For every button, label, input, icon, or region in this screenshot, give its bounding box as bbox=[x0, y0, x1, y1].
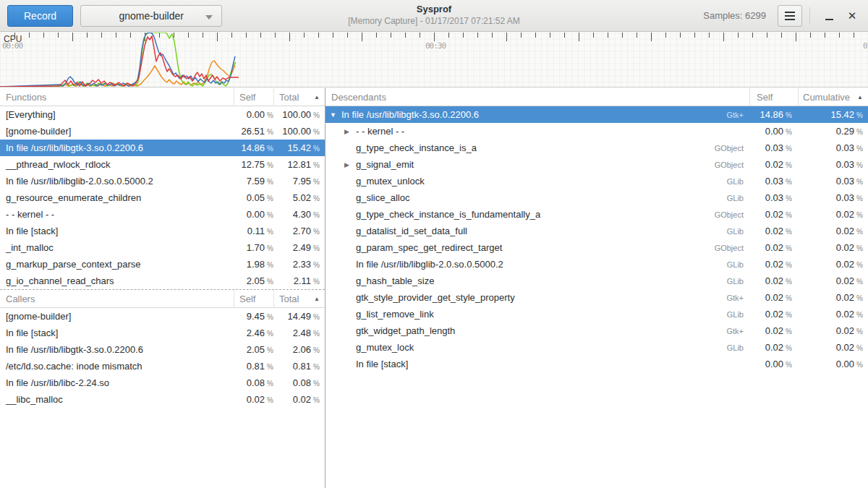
headerbar: Record gnome-builder Sysprof [Memory Cap… bbox=[0, 0, 868, 32]
table-row[interactable]: g_slice_allocGLib0.03%0.03% bbox=[326, 189, 868, 206]
time-label: 01:00 bbox=[863, 41, 868, 51]
table-row[interactable]: [Everything]0.00%100.00% bbox=[0, 106, 325, 123]
column-header-total[interactable]: Total ▲ bbox=[273, 88, 325, 106]
table-row[interactable]: [gnome-builder]26.51%100.00% bbox=[0, 123, 325, 140]
table-row[interactable]: gtk_widget_path_lengthGtk+0.02%0.02% bbox=[326, 322, 868, 339]
process-selector-dropdown[interactable]: gnome-builder bbox=[80, 5, 222, 27]
row-name-cell: gtk_style_provider_get_style_propertyGtk… bbox=[326, 292, 749, 303]
row-name: In file [stack] bbox=[0, 328, 234, 338]
menu-button[interactable] bbox=[778, 5, 802, 27]
library-tag: GLib bbox=[727, 260, 744, 269]
percent-value: 0.02 bbox=[836, 292, 854, 303]
percent-cell: 100.00% bbox=[273, 126, 325, 137]
table-row[interactable]: __libc_malloc0.02%0.02% bbox=[0, 391, 325, 408]
table-row[interactable]: g_hash_table_sizeGLib0.02%0.02% bbox=[326, 273, 868, 289]
table-row[interactable]: g_resource_enumerate_children0.05%5.02% bbox=[0, 189, 325, 206]
percent-cell: 26.51% bbox=[234, 126, 273, 137]
column-header-self[interactable]: Self bbox=[749, 88, 798, 106]
table-row[interactable]: g_markup_parse_context_parse1.98%2.33% bbox=[0, 256, 325, 273]
percent-value: 7.59 bbox=[247, 176, 265, 187]
row-name: /etc/ld.so.cache: inode mismatch bbox=[0, 361, 234, 372]
percent-cell: 0.02% bbox=[749, 159, 798, 170]
minimize-button[interactable] bbox=[817, 5, 841, 27]
percent-value: 0.08 bbox=[247, 377, 265, 388]
percent-cell: 14.49% bbox=[273, 311, 325, 322]
row-name: g_mutex_unlock bbox=[356, 176, 425, 187]
table-row[interactable]: In file /usr/lib/libgtk-3.so.0.2200.614.… bbox=[0, 140, 325, 156]
percent-value: 14.86 bbox=[242, 142, 265, 153]
library-tag: GLib bbox=[727, 177, 744, 186]
percent-sign: % bbox=[313, 211, 320, 219]
percent-value: 0.02 bbox=[836, 342, 854, 353]
percent-sign: % bbox=[786, 261, 792, 269]
percent-value: 0.05 bbox=[247, 192, 265, 203]
expander-closed-icon[interactable]: ▶ bbox=[344, 128, 356, 135]
percent-value: 0.02 bbox=[765, 309, 783, 320]
close-button[interactable]: ✕ bbox=[841, 5, 864, 27]
column-header-cumulative[interactable]: Cumulative ▲ bbox=[798, 88, 868, 106]
row-name: gtk_widget_path_length bbox=[356, 325, 455, 336]
percent-value: 0.03 bbox=[836, 142, 854, 153]
percent-value: 12.75 bbox=[242, 159, 265, 170]
percent-sign: % bbox=[267, 111, 273, 119]
column-header-functions[interactable]: Functions bbox=[0, 88, 234, 106]
percent-sign: % bbox=[786, 244, 792, 252]
table-row[interactable]: In file [stack]2.46%2.48% bbox=[0, 325, 325, 341]
percent-sign: % bbox=[313, 261, 320, 269]
table-row[interactable]: In file [stack]0.11%2.70% bbox=[0, 223, 325, 239]
table-row[interactable]: ▼In file /usr/lib/libgtk-3.so.0.2200.6Gt… bbox=[326, 106, 868, 123]
row-name-cell: ▼In file /usr/lib/libgtk-3.so.0.2200.6Gt… bbox=[326, 109, 749, 120]
descendants-table: ▼In file /usr/lib/libgtk-3.so.0.2200.6Gt… bbox=[326, 106, 868, 372]
percent-value: 0.02 bbox=[765, 242, 783, 253]
table-row[interactable]: In file /usr/lib/libgtk-3.so.0.2200.62.0… bbox=[0, 341, 325, 358]
percent-sign: % bbox=[313, 161, 320, 169]
table-row[interactable]: g_type_check_instance_is_aGObject0.03%0.… bbox=[326, 140, 868, 156]
row-name: In file /usr/lib/libgtk-3.so.0.2200.6 bbox=[0, 344, 234, 355]
table-row[interactable]: In file /usr/lib/libc-2.24.so0.08%0.08% bbox=[0, 374, 325, 391]
table-row[interactable]: g_mutex_lockGLib0.02%0.02% bbox=[326, 339, 868, 356]
percent-value: 0.00 bbox=[247, 209, 265, 220]
table-row[interactable]: gtk_style_provider_get_style_propertyGtk… bbox=[326, 289, 868, 306]
percent-cell: 2.33% bbox=[273, 259, 325, 270]
record-button[interactable]: Record bbox=[7, 5, 73, 27]
percent-sign: % bbox=[856, 278, 863, 286]
table-row[interactable]: __pthread_rwlock_rdlock12.75%12.81% bbox=[0, 156, 325, 173]
table-row[interactable]: ▶g_signal_emitGObject0.02%0.03% bbox=[326, 156, 868, 173]
table-row[interactable]: ▶- - kernel - -0.00%0.29% bbox=[326, 123, 868, 140]
table-row[interactable]: g_mutex_unlockGLib0.03%0.03% bbox=[326, 173, 868, 189]
row-name: __libc_malloc bbox=[0, 394, 234, 405]
column-header-callers[interactable]: Callers bbox=[0, 290, 234, 308]
functions-header: Functions Self Total ▲ bbox=[0, 88, 325, 106]
expander-open-icon[interactable]: ▼ bbox=[330, 111, 341, 119]
percent-cell: 0.02% bbox=[749, 275, 798, 286]
percent-cell: 0.02% bbox=[749, 342, 798, 353]
percent-cell: 0.03% bbox=[798, 142, 868, 153]
table-row[interactable]: g_type_check_instance_is_fundamentally_a… bbox=[326, 206, 868, 223]
column-header-self[interactable]: Self bbox=[234, 88, 273, 106]
table-row[interactable]: g_io_channel_read_chars2.05%2.11% bbox=[0, 273, 325, 289]
expander-closed-icon[interactable]: ▶ bbox=[344, 161, 356, 168]
table-row[interactable]: In file /usr/lib/libglib-2.0.so.0.5000.2… bbox=[0, 173, 325, 189]
cpu-graph[interactable]: CPU 00:0000:3001:00 bbox=[0, 33, 868, 87]
percent-sign: % bbox=[313, 346, 320, 354]
column-header-descendants[interactable]: Descendants bbox=[326, 88, 749, 106]
percent-sign: % bbox=[313, 313, 320, 321]
table-row[interactable]: g_param_spec_get_redirect_targetGObject0… bbox=[326, 239, 868, 256]
percent-sign: % bbox=[856, 178, 863, 186]
column-header-total[interactable]: Total ▲ bbox=[273, 290, 325, 308]
percent-sign: % bbox=[267, 363, 273, 371]
table-row[interactable]: _int_malloc1.70%2.49% bbox=[0, 239, 325, 256]
column-header-self[interactable]: Self bbox=[234, 290, 273, 308]
percent-sign: % bbox=[313, 278, 320, 286]
table-row[interactable]: g_datalist_id_set_data_fullGLib0.02%0.02… bbox=[326, 223, 868, 239]
percent-value: 0.02 bbox=[765, 226, 783, 236]
percent-value: 0.02 bbox=[836, 226, 854, 236]
table-row[interactable]: [gnome-builder]9.45%14.49% bbox=[0, 308, 325, 325]
percent-sign: % bbox=[313, 128, 320, 136]
table-row[interactable]: In file [stack]0.00%0.00% bbox=[326, 356, 868, 372]
table-row[interactable]: In file /usr/lib/libglib-2.0.so.0.5000.2… bbox=[326, 256, 868, 273]
percent-value: 1.70 bbox=[247, 242, 265, 253]
table-row[interactable]: - - kernel - -0.00%4.30% bbox=[0, 206, 325, 223]
table-row[interactable]: /etc/ld.so.cache: inode mismatch0.81%0.8… bbox=[0, 358, 325, 374]
table-row[interactable]: g_list_remove_linkGLib0.02%0.02% bbox=[326, 306, 868, 322]
